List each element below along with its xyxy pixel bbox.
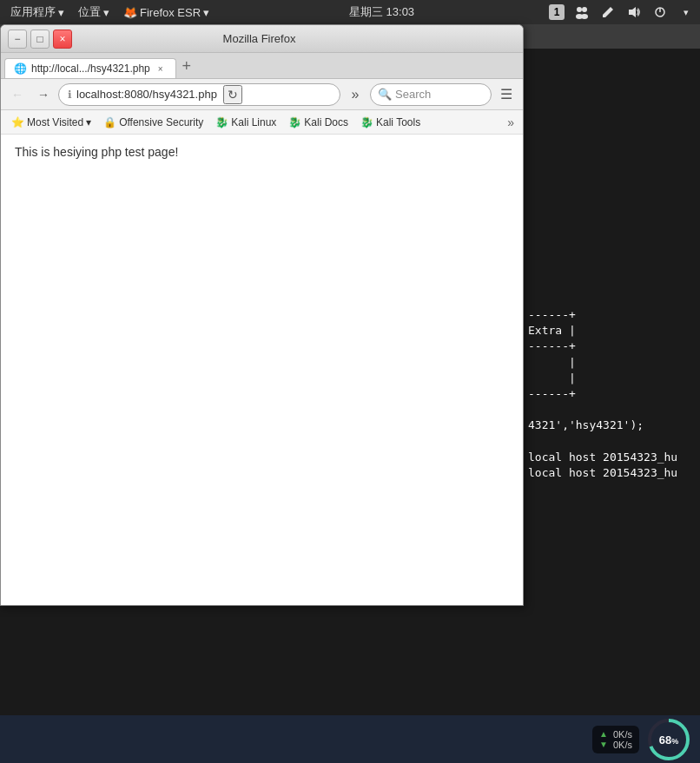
network-monitor: ▲ ▼ 0K/s 0K/s [592,726,639,753]
forward-button[interactable]: → [32,83,55,106]
hamburger-menu[interactable]: ☰ [495,83,518,106]
download-speed: 0K/s [613,740,632,750]
search-placeholder: Search [395,88,431,101]
upload-arrow: ▲ [599,729,608,739]
svg-marker-4 [629,7,636,17]
bookmarks-bar: ⭐ Most Visited ▾ 🔒 Offensive Security 🐉 … [1,110,523,135]
tab-active[interactable]: 🌐 http://local.../hsy4321.php × [4,58,176,78]
close-button[interactable]: × [53,30,72,49]
svg-point-3 [581,14,588,19]
svg-point-0 [577,7,582,12]
kali-tools-icon: 🐉 [360,116,373,128]
offensive-label: Offensive Security [119,116,203,128]
bookmark-kali-linux[interactable]: 🐉 Kali Linux [210,115,281,130]
kali-docs-label: Kali Docs [304,116,348,128]
net-speeds: 0K/s 0K/s [613,729,632,750]
tab-close-button[interactable]: × [155,62,167,75]
terminal-line-9 [528,434,693,450]
bookmark-most-visited[interactable]: ⭐ Most Visited ▾ [6,115,96,130]
bookmark-kali-docs[interactable]: 🐉 Kali Docs [283,115,353,130]
most-visited-icon: ⭐ [11,116,24,128]
bookmark-kali-tools[interactable]: 🐉 Kali Tools [355,115,426,130]
most-visited-label: Most Visited [27,116,83,128]
system-tray: 1 [549,3,695,21]
page-content: This is hesiying php test page! [1,135,523,606]
url-text: localhost:8080/hsy4321.php [76,88,217,101]
reload-button[interactable]: ↻ [223,85,242,104]
firefox-window: − □ × Mozilla Firefox 🌐 http://local.../… [0,24,524,606]
firefox-arrow: ▾ [203,6,209,19]
terminal-line-7 [528,402,693,418]
download-arrow: ▼ [599,740,608,749]
terminal-line-6: ------+ [528,386,693,402]
terminal-line-3: ------+ [528,339,693,354]
most-visited-arrow: ▾ [86,116,91,128]
terminal-line-10: local host 20154323_hu [528,450,693,465]
overflow-button[interactable]: » [344,83,367,106]
bookmarks-overflow[interactable]: » [504,114,518,131]
power-icon[interactable] [651,3,669,21]
workspace-badge[interactable]: 1 [549,4,565,20]
offensive-icon: 🔒 [103,116,116,128]
upload-speed: 0K/s [613,729,632,740]
tab-favicon: 🌐 [14,62,27,75]
kali-docs-icon: 🐉 [288,116,301,128]
terminal-line-1: ------+ [528,307,693,323]
firefox-icon: 🦊 [123,6,137,19]
firefox-menu[interactable]: 🦊 Firefox ESR ▾ [118,4,215,21]
cpu-monitor: 68% [646,717,691,762]
firefox-label: Firefox ESR [140,6,201,19]
window-controls: − □ × [8,30,72,49]
places-arrow: ▾ [103,6,109,19]
kali-linux-label: Kali Linux [231,116,276,128]
bookmark-offensive-security[interactable]: 🔒 Offensive Security [98,115,208,130]
terminal-line-5: | [528,371,693,386]
search-icon: 🔍 [378,88,392,101]
terminal-line-4: | [528,355,693,371]
clock: 星期三 13:03 [218,4,545,20]
tabs-bar: 🌐 http://local.../hsy4321.php × + [1,53,523,79]
firefox-window-title: Mozilla Firefox [72,32,446,45]
search-bar[interactable]: 🔍 Search [370,83,492,106]
svg-point-1 [582,7,587,12]
taskbar: ▲ ▼ 0K/s 0K/s 68% [0,715,700,763]
volume-icon[interactable] [625,3,643,21]
apps-arrow: ▾ [58,6,64,19]
places-menu[interactable]: 位置 ▾ [73,3,115,22]
page-text: This is hesiying php test page! [15,145,509,159]
firefox-titlebar: − □ × Mozilla Firefox [1,25,523,53]
new-tab-button[interactable]: + [176,56,197,76]
desktop: Terminal ------+ Extra | ------+ | | ---… [0,24,700,763]
users-icon[interactable] [573,3,591,21]
kali-tools-label: Kali Tools [376,116,420,128]
terminal-line-11: local host 20154323_hu [528,465,693,481]
apps-menu[interactable]: 应用程序 ▾ [5,3,69,22]
terminal-line-2: Extra | [528,323,693,339]
url-bar[interactable]: ℹ localhost:8080/hsy4321.php ↻ [58,83,340,106]
minimize-button[interactable]: − [8,30,27,49]
info-icon: ℹ [68,89,72,101]
kali-linux-icon: 🐉 [215,116,228,128]
system-bar: 应用程序 ▾ 位置 ▾ 🦊 Firefox ESR ▾ 星期三 13:03 1 [0,0,700,24]
navigation-bar: ← → ℹ localhost:8080/hsy4321.php ↻ » 🔍 S… [1,79,523,110]
places-label: 位置 [78,4,101,20]
apps-label: 应用程序 [10,4,56,20]
tab-label: http://local.../hsy4321.php [31,62,150,75]
net-arrows: ▲ ▼ [599,729,608,749]
maximize-button[interactable]: □ [30,30,50,49]
terminal-line-8: 4321','hsy4321'); [528,418,693,433]
back-button[interactable]: ← [6,83,29,106]
cpu-label: 68% [659,733,678,746]
power-arrow[interactable]: ▾ [677,3,695,21]
pen-icon[interactable] [599,3,617,21]
